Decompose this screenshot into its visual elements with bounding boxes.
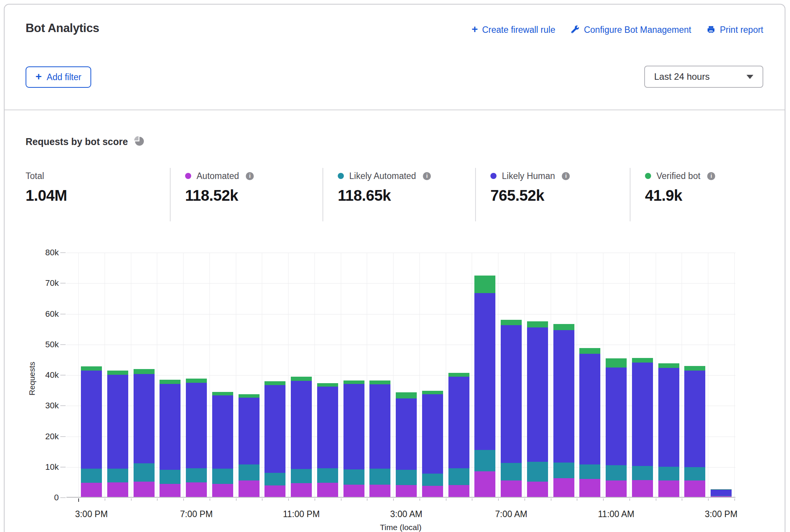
plot-area[interactable] [66, 253, 735, 498]
x-tick [183, 498, 184, 501]
x-tick [708, 498, 709, 501]
stacked-bar[interactable] [474, 253, 495, 497]
v-gridline [78, 253, 79, 497]
stacked-bar[interactable] [579, 253, 600, 497]
bar-segment-verified-bot [527, 321, 548, 327]
x-tick-label: 7:00 AM [473, 509, 550, 519]
bar-segment-verified-bot [264, 381, 285, 385]
bar-segment-verified-bot [134, 369, 155, 374]
bar-segment-likely-automated [579, 464, 600, 479]
bar-segment-automated [239, 480, 260, 497]
stacked-bar[interactable] [186, 253, 207, 497]
stacked-bar[interactable] [658, 253, 679, 497]
bar-segment-automated [212, 484, 233, 497]
info-icon[interactable]: i [707, 172, 715, 180]
stacked-bar[interactable] [448, 253, 469, 497]
stacked-bar[interactable] [134, 253, 155, 497]
x-tick-label: 3:00 PM [53, 509, 130, 519]
bar-segment-verified-bot [343, 380, 364, 384]
stacked-bar[interactable] [343, 253, 364, 497]
plus-icon: + [35, 71, 42, 82]
stacked-bar[interactable] [396, 253, 417, 497]
bar-segment-likely-automated [422, 474, 443, 486]
bar-segment-automated [606, 480, 627, 497]
stacked-bar[interactable] [317, 253, 338, 497]
stacked-bar[interactable] [501, 253, 522, 497]
y-tick-label: 10k [9, 462, 59, 472]
v-gridline [157, 253, 157, 497]
bar-segment-automated [579, 479, 600, 497]
info-icon[interactable]: i [246, 172, 254, 180]
info-icon[interactable]: i [562, 172, 570, 180]
stacked-bar[interactable] [369, 253, 390, 497]
v-gridline [603, 253, 603, 497]
stacked-bar[interactable] [212, 253, 233, 497]
stacked-bar[interactable] [684, 253, 705, 497]
bar-segment-likely-automated [317, 468, 338, 483]
x-tick [105, 498, 105, 501]
print-report-link[interactable]: Print report [706, 25, 763, 35]
x-tick [629, 498, 630, 501]
bar-segment-likely-human [527, 327, 548, 461]
bar-segment-likely-automated [291, 469, 312, 483]
stacked-bar[interactable] [239, 253, 260, 497]
stacked-bar[interactable] [422, 253, 443, 497]
y-tick [60, 497, 66, 498]
bar-segment-likely-human [212, 395, 233, 469]
bar-segment-likely-human [317, 387, 338, 468]
bar-segment-likely-automated [553, 463, 574, 478]
stacked-bar[interactable] [606, 253, 627, 497]
stat-value: 41.9k [645, 187, 779, 204]
stacked-bar[interactable] [632, 253, 653, 497]
y-tick-label: 70k [9, 278, 59, 288]
bar-segment-automated [81, 483, 102, 497]
bar-segment-verified-bot [317, 383, 338, 387]
stacked-bar[interactable] [711, 253, 732, 497]
time-range-select[interactable]: Last 24 hours [644, 66, 763, 88]
stacked-bar[interactable] [553, 253, 574, 497]
bar-segment-likely-human [343, 384, 364, 469]
y-tick [60, 283, 66, 284]
v-gridline [682, 253, 682, 497]
stacked-bar[interactable] [107, 253, 128, 497]
bar-segment-likely-automated [527, 462, 548, 482]
stacked-bar[interactable] [160, 253, 181, 497]
bar-segment-likely-automated [264, 473, 285, 485]
stats-row: Total 1.04M Automated i 118.52k Likely A… [26, 168, 779, 221]
stat-label: Automated [197, 171, 239, 181]
x-tick-label: 7:00 PM [158, 509, 235, 519]
stacked-bar[interactable] [291, 253, 312, 497]
info-icon[interactable]: i [423, 172, 431, 180]
bar-segment-verified-bot [606, 358, 627, 367]
bar-segment-verified-bot [212, 392, 233, 395]
x-tick [577, 498, 577, 501]
v-gridline [708, 253, 708, 497]
add-filter-button[interactable]: + Add filter [26, 66, 91, 88]
bar-segment-verified-bot [369, 380, 390, 384]
bar-segment-automated [396, 485, 417, 497]
bar-segment-likely-human [658, 368, 679, 466]
stacked-bar[interactable] [264, 253, 285, 497]
stat-value: 765.52k [490, 187, 630, 204]
bar-segment-automated [474, 471, 495, 497]
stat-label: Verified bot [656, 171, 700, 181]
section-title: Requests by bot score [26, 136, 128, 147]
x-tick-label: 3:00 PM [683, 509, 759, 519]
stacked-bar[interactable] [527, 253, 548, 497]
bar-segment-likely-human [81, 371, 102, 469]
bar-segment-likely-automated [501, 463, 522, 480]
legend-dot-likely-human [490, 173, 497, 179]
section-title-row: Requests by bot score [26, 136, 144, 148]
bar-segment-verified-bot [422, 391, 443, 395]
stat-automated: Automated i 118.52k [170, 168, 322, 221]
v-gridline [341, 253, 341, 497]
stat-likely-human: Likely Human i 765.52k [475, 168, 630, 221]
stat-verified-bot: Verified bot i 41.9k [630, 168, 779, 221]
stacked-bar[interactable] [81, 253, 102, 497]
y-tick [60, 405, 66, 406]
bar-segment-likely-human [107, 375, 128, 469]
bar-segment-likely-automated [160, 470, 181, 484]
y-tick-label: 60k [9, 309, 59, 319]
create-firewall-rule-link[interactable]: + Create firewall rule [472, 24, 555, 35]
configure-bot-management-link[interactable]: Configure Bot Management [571, 25, 691, 35]
